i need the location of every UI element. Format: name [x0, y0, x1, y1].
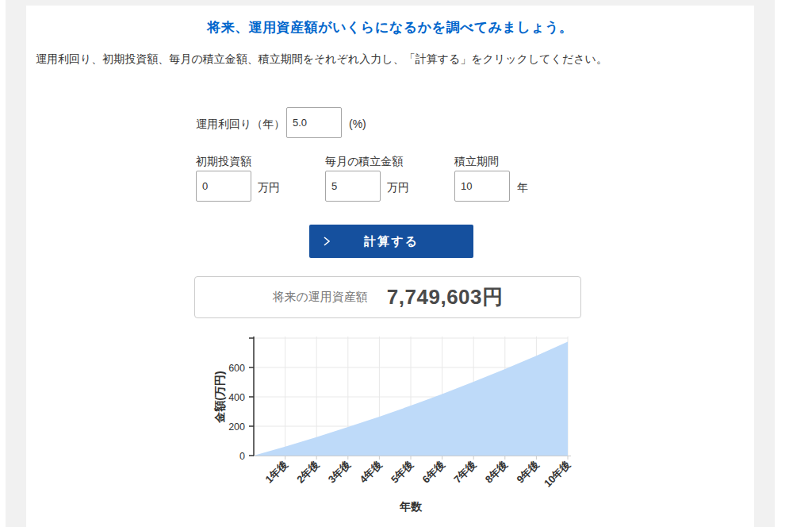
x-tick-label: 7年後	[451, 459, 478, 486]
initial-investment-label: 初期投資額	[196, 155, 251, 169]
x-tick-label: 1年後	[263, 459, 290, 486]
result-value: 7,749,603円	[387, 283, 504, 311]
page-title: 将来、運用資産額がいくらになるかを調べてみましょう。	[26, 18, 754, 37]
x-tick-label: 6年後	[420, 459, 447, 486]
monthly-contribution-input[interactable]	[325, 171, 381, 202]
initial-investment-input[interactable]	[196, 171, 251, 202]
y-axis-title: 金額(万円)	[213, 371, 227, 423]
period-input[interactable]	[454, 171, 510, 202]
y-tick-label: 400	[228, 392, 245, 403]
x-tick-label: 2年後	[294, 459, 321, 486]
x-tick-label: 10年後	[542, 459, 573, 490]
yield-input[interactable]	[286, 107, 342, 138]
projection-area-chart: 02004006001年後2年後3年後4年後5年後6年後7年後8年後9年後10年…	[192, 325, 612, 525]
calculate-button[interactable]: 計算する	[309, 225, 473, 258]
calculate-button-label: 計算する	[309, 234, 473, 249]
initial-unit-label: 万円	[258, 181, 280, 195]
x-tick-label: 3年後	[326, 459, 353, 486]
instructions-text: 運用利回り、初期投資額、毎月の積立金額、積立期間をそれぞれ入力し、「計算する」を…	[36, 52, 607, 67]
result-label: 将来の運用資産額	[272, 290, 367, 305]
x-tick-label: 9年後	[514, 459, 541, 486]
result-box: 将来の運用資産額 7,749,603円	[194, 276, 581, 318]
x-tick-label: 8年後	[483, 459, 510, 486]
chevron-right-icon	[323, 235, 331, 250]
yield-unit-label: (%)	[349, 117, 366, 130]
period-label: 積立期間	[454, 155, 499, 169]
x-tick-label: 4年後	[357, 459, 384, 486]
x-axis-title: 年数	[399, 500, 423, 513]
calculator-card: 将来、運用資産額がいくらになるかを調べてみましょう。 運用利回り、初期投資額、毎…	[26, 6, 754, 527]
monthly-contribution-label: 毎月の積立金額	[325, 155, 403, 169]
yield-label: 運用利回り（年）	[196, 117, 285, 132]
x-tick-label: 5年後	[389, 459, 416, 486]
y-tick-label: 0	[239, 451, 245, 462]
period-unit-label: 年	[517, 181, 528, 195]
monthly-unit-label: 万円	[387, 181, 409, 195]
y-tick-label: 600	[228, 363, 245, 374]
y-tick-label: 200	[228, 421, 245, 433]
